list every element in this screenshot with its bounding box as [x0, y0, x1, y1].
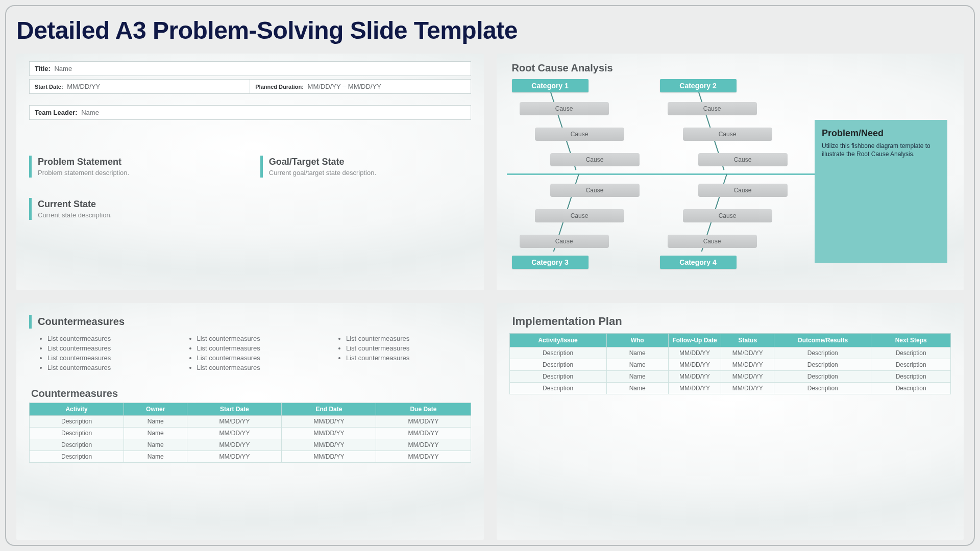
- impl-cell: Description: [774, 371, 871, 383]
- cm-cell: MM/DD/YY: [282, 416, 376, 428]
- cause-box: Cause: [668, 235, 757, 248]
- cm-item: List countermeasures: [47, 363, 173, 372]
- countermeasures-lists: List countermeasures List countermeasure…: [38, 334, 471, 372]
- fishbone-spine: [507, 173, 821, 175]
- title-value: Name: [54, 65, 72, 72]
- impl-cell: Description: [509, 371, 606, 383]
- problem-need-heading: Problem/Need: [822, 128, 940, 139]
- cm-cell: Description: [30, 451, 124, 463]
- current-state-body: Current state description.: [38, 211, 228, 219]
- cm-th-activity: Activity: [30, 403, 124, 416]
- cause-box: Cause: [668, 102, 757, 115]
- duration-label: Planned Duration:: [255, 84, 304, 90]
- rca-heading: Root Cause Analysis: [512, 62, 954, 74]
- table-row: DescriptionNameMM/DD/YYMM/DD/YYMM/DD/YY: [30, 416, 471, 428]
- table-row: DescriptionNameMM/DD/YYMM/DD/YYDescripti…: [509, 371, 951, 383]
- duration-value: MM/DD/YY – MM/DD/YY: [308, 83, 381, 90]
- impl-th-follow: Follow-Up Date: [668, 334, 721, 347]
- impl-cell: MM/DD/YY: [668, 347, 721, 359]
- countermeasures-heading: Countermeasures: [38, 316, 471, 328]
- cm-list-2: List countermeasures List countermeasure…: [188, 334, 322, 372]
- panel-root-cause: Root Cause Analysis Category 1 Category …: [497, 54, 964, 290]
- category-4-tag: Category 4: [660, 256, 737, 269]
- cause-box: Cause: [698, 153, 788, 166]
- fishbone-diagram: Category 1 Category 2 Category 3 Categor…: [507, 79, 954, 283]
- impl-cell: MM/DD/YY: [721, 383, 774, 394]
- problem-statement-heading: Problem Statement: [38, 157, 240, 167]
- cm-cell: Name: [124, 428, 187, 439]
- team-leader-field[interactable]: Team Leader: Name: [29, 105, 471, 120]
- cm-item: List countermeasures: [346, 353, 471, 363]
- cm-cell: MM/DD/YY: [376, 439, 471, 451]
- panel-countermeasures: Countermeasures List countermeasures Lis…: [16, 303, 484, 540]
- impl-cell: Name: [606, 371, 668, 383]
- title-field[interactable]: Title: Name: [29, 61, 471, 76]
- cm-cell: MM/DD/YY: [376, 416, 471, 428]
- cause-box: Cause: [520, 235, 609, 248]
- cm-item: List countermeasures: [197, 334, 322, 343]
- cm-item: List countermeasures: [346, 334, 471, 343]
- cause-box: Cause: [683, 209, 772, 222]
- cm-th-end: End Date: [282, 403, 376, 416]
- impl-cell: Description: [871, 347, 951, 359]
- cm-item: List countermeasures: [197, 343, 322, 353]
- table-row: DescriptionNameMM/DD/YYMM/DD/YYMM/DD/YY: [30, 451, 471, 463]
- title-label: Title:: [35, 65, 51, 72]
- cm-th-due: Due Date: [376, 403, 471, 416]
- cm-item: List countermeasures: [197, 363, 322, 372]
- impl-cell: Name: [606, 347, 668, 359]
- impl-cell: Name: [606, 359, 668, 371]
- quad-grid: Title: Name Start Date: MM/DD/YY Planned…: [16, 54, 964, 540]
- panel-implementation: Implementation Plan Activity/Issue Who F…: [497, 303, 964, 540]
- impl-th-next: Next Steps: [871, 334, 951, 347]
- cm-cell: MM/DD/YY: [376, 428, 471, 439]
- impl-th-status: Status: [721, 334, 774, 347]
- category-1-tag: Category 1: [512, 79, 589, 92]
- table-row: DescriptionNameMM/DD/YYMM/DD/YYDescripti…: [509, 359, 951, 371]
- category-2-tag: Category 2: [660, 79, 737, 92]
- impl-th-outcome: Outcome/Results: [774, 334, 871, 347]
- cm-cell: MM/DD/YY: [282, 451, 376, 463]
- impl-cell: MM/DD/YY: [668, 359, 721, 371]
- start-date-field[interactable]: Start Date: MM/DD/YY: [29, 79, 250, 94]
- impl-th-activity: Activity/Issue: [509, 334, 606, 347]
- start-date-label: Start Date:: [35, 84, 63, 90]
- cm-cell: Description: [30, 428, 124, 439]
- impl-cell: Description: [871, 383, 951, 394]
- cause-box: Cause: [683, 128, 772, 141]
- cm-item: List countermeasures: [47, 334, 173, 343]
- problem-need-card: Problem/Need Utilize this fishbone diagr…: [815, 120, 947, 263]
- category-3-tag: Category 3: [512, 256, 589, 269]
- duration-field[interactable]: Planned Duration: MM/DD/YY – MM/DD/YY: [250, 79, 471, 94]
- goal-state-heading: Goal/Target State: [269, 157, 471, 167]
- impl-cell: Description: [509, 347, 606, 359]
- impl-cell: Description: [774, 359, 871, 371]
- countermeasures-table: Activity Owner Start Date End Date Due D…: [29, 403, 471, 463]
- table-row: DescriptionNameMM/DD/YYMM/DD/YYMM/DD/YY: [30, 428, 471, 439]
- cm-cell: MM/DD/YY: [376, 451, 471, 463]
- impl-cell: MM/DD/YY: [721, 371, 774, 383]
- problem-statement-body: Problem statement description.: [38, 169, 240, 177]
- goal-state-section: Goal/Target State Current goal/target st…: [260, 156, 471, 178]
- cm-cell: Name: [124, 416, 187, 428]
- impl-cell: MM/DD/YY: [721, 359, 774, 371]
- implementation-table: Activity/Issue Who Follow-Up Date Status…: [509, 333, 951, 394]
- impl-cell: Description: [509, 383, 606, 394]
- cm-cell: MM/DD/YY: [187, 439, 282, 451]
- impl-th-who: Who: [606, 334, 668, 347]
- problem-statement-section: Problem Statement Problem statement desc…: [29, 156, 240, 178]
- cm-cell: Name: [124, 451, 187, 463]
- cm-cell: Description: [30, 416, 124, 428]
- cm-cell: Name: [124, 439, 187, 451]
- slide-canvas: Detailed A3 Problem-Solving Slide Templa…: [5, 5, 975, 546]
- cm-cell: MM/DD/YY: [187, 428, 282, 439]
- impl-cell: Description: [774, 383, 871, 394]
- impl-cell: MM/DD/YY: [668, 371, 721, 383]
- cm-item: List countermeasures: [47, 343, 173, 353]
- cm-cell: Description: [30, 439, 124, 451]
- cm-cell: MM/DD/YY: [282, 428, 376, 439]
- current-state-section: Current State Current state description.: [29, 198, 228, 220]
- start-date-value: MM/DD/YY: [67, 83, 100, 90]
- cm-list-1: List countermeasures List countermeasure…: [38, 334, 173, 372]
- cause-box: Cause: [535, 128, 624, 141]
